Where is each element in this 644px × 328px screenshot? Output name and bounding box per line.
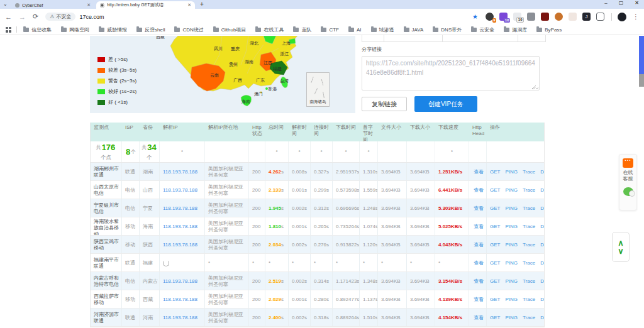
- extension-icon-2[interactable]: 10: [499, 13, 508, 21]
- customer-service-widget[interactable]: 在线 客服: [619, 154, 637, 210]
- trace-link[interactable]: Trace: [523, 260, 535, 266]
- bookmark-folder[interactable]: 威胁情报: [99, 26, 127, 33]
- extension-icon-6[interactable]: [555, 13, 563, 21]
- dig-link[interactable]: Dig: [540, 205, 544, 212]
- ip-link[interactable]: 118.193.78.188: [163, 169, 197, 175]
- dig-link[interactable]: Dig: [540, 187, 544, 194]
- view-link[interactable]: 查看: [474, 187, 484, 194]
- view-link[interactable]: 查看: [474, 224, 484, 230]
- bookmark-folder[interactable]: ByPass: [536, 27, 562, 33]
- extension-icon-3[interactable]: 10: [513, 13, 521, 21]
- trace-link[interactable]: Trace: [523, 278, 535, 285]
- view-link[interactable]: 查看: [474, 315, 484, 321]
- bookmark-folder[interactable]: DNS带外: [433, 26, 462, 33]
- extension-icon-4[interactable]: [527, 13, 535, 21]
- new-tab-button[interactable]: +: [200, 1, 204, 8]
- minimize-button[interactable]: –: [604, 0, 607, 6]
- scrollbar-thumb[interactable]: [639, 74, 644, 87]
- ping-link[interactable]: PING: [505, 278, 518, 285]
- close-button[interactable]: ✕: [635, 0, 639, 6]
- scroll-up-icon[interactable]: ∧: [618, 239, 624, 246]
- wechat-icon[interactable]: [623, 187, 633, 196]
- dig-link[interactable]: Dig: [540, 224, 544, 230]
- trace-link[interactable]: Trace: [523, 205, 535, 212]
- extension-icon-5[interactable]: [541, 13, 549, 21]
- view-link[interactable]: 查看: [474, 205, 484, 212]
- ip-link[interactable]: 118.193.78.188: [163, 242, 197, 248]
- ping-link[interactable]: PING: [505, 169, 518, 175]
- ping-link[interactable]: PING: [505, 260, 518, 266]
- back-icon[interactable]: ←: [5, 13, 12, 21]
- bookmark-folder[interactable]: 云安全: [471, 26, 494, 33]
- dig-link[interactable]: Dig: [540, 260, 544, 266]
- view-link[interactable]: 查看: [474, 297, 484, 303]
- trace-link[interactable]: Trace: [523, 169, 535, 175]
- ip-link[interactable]: 118.193.78.188: [163, 278, 197, 285]
- extensions-puzzle-icon[interactable]: [596, 13, 604, 21]
- bookmark-folder[interactable]: 网络空间: [61, 26, 89, 33]
- view-link[interactable]: 查看: [474, 242, 484, 248]
- bookmark-folder[interactable]: 反弹shell: [136, 26, 165, 33]
- extension-icon-j[interactable]: J: [582, 13, 591, 21]
- dig-link[interactable]: Dig: [540, 242, 544, 248]
- create-vip-task-button[interactable]: 创建VIP任务: [414, 96, 477, 112]
- bookmark-folder[interactable]: 域渗透: [371, 26, 394, 33]
- tab-cyberchef[interactable]: CyberChef ✕: [11, 1, 94, 9]
- maximize-button[interactable]: ▢: [619, 0, 624, 6]
- trace-link[interactable]: Trace: [523, 187, 535, 194]
- get-link[interactable]: GET: [490, 169, 500, 175]
- get-link[interactable]: GET: [490, 224, 500, 230]
- view-link[interactable]: 查看: [474, 260, 484, 266]
- ip-link[interactable]: 118.193.78.188: [163, 205, 197, 212]
- ip-link[interactable]: 118.193.78.188: [163, 187, 197, 194]
- bookmark-folder[interactable]: AI: [348, 27, 362, 33]
- bookmark-folder[interactable]: JAVA: [404, 27, 424, 33]
- get-link[interactable]: GET: [490, 297, 500, 303]
- get-link[interactable]: GET: [490, 205, 500, 212]
- tab-search-chevron-icon[interactable]: ⌄: [3, 1, 8, 8]
- ping-link[interactable]: PING: [505, 242, 518, 248]
- chat-bubble-icon[interactable]: [623, 158, 633, 168]
- tab-close-icon[interactable]: ✕: [87, 3, 91, 8]
- get-link[interactable]: GET: [490, 260, 500, 266]
- view-link[interactable]: 查看: [474, 278, 484, 285]
- get-link[interactable]: GET: [490, 242, 500, 248]
- ping-link[interactable]: PING: [505, 315, 518, 321]
- ip-link[interactable]: 118.193.78.188: [163, 297, 197, 303]
- trace-link[interactable]: Trace: [523, 315, 535, 321]
- dig-link[interactable]: Dig: [540, 169, 544, 175]
- ip-link[interactable]: 118.193.78.188: [163, 224, 197, 230]
- trace-link[interactable]: Trace: [523, 224, 535, 230]
- extension-icon-1[interactable]: 9: [486, 13, 494, 21]
- reload-icon[interactable]: ⟳: [33, 13, 38, 21]
- security-chip[interactable]: ⚠ 不安全: [45, 13, 75, 21]
- profile-avatar[interactable]: [618, 13, 626, 21]
- copy-link-button[interactable]: 复制链接: [362, 97, 407, 111]
- ping-link[interactable]: PING: [505, 205, 518, 212]
- scroll-down-icon[interactable]: ∨: [618, 248, 624, 254]
- browser-menu-icon[interactable]: ⋮: [633, 13, 639, 20]
- view-link[interactable]: 查看: [474, 169, 484, 175]
- tab-miren-baby[interactable]: http://miren.baby GET测试结: ✕: [96, 1, 195, 9]
- get-link[interactable]: GET: [490, 315, 500, 321]
- dig-link[interactable]: Dig: [540, 315, 544, 321]
- bookmark-folder[interactable]: 蓝队: [293, 26, 311, 33]
- trace-link[interactable]: Trace: [523, 242, 535, 248]
- tab-close-icon[interactable]: ✕: [187, 3, 191, 8]
- forward-icon[interactable]: →: [19, 13, 26, 21]
- dig-link[interactable]: Dig: [540, 278, 544, 285]
- trace-link[interactable]: Trace: [523, 297, 535, 303]
- dig-link[interactable]: Dig: [540, 297, 544, 303]
- bookmark-folder[interactable]: CDN绕过: [174, 26, 203, 33]
- bookmark-folder[interactable]: 漏洞库: [504, 26, 527, 33]
- address-bar-url[interactable]: 17ce.com: [79, 14, 104, 20]
- extension-icon-7[interactable]: [569, 13, 577, 21]
- get-link[interactable]: GET: [490, 278, 500, 285]
- apps-grid-icon[interactable]: [6, 27, 11, 33]
- bookmark-folder[interactable]: Github项目: [213, 26, 247, 33]
- ping-link[interactable]: PING: [505, 297, 518, 303]
- bookmark-folder[interactable]: 在线工具: [255, 26, 284, 33]
- ping-link[interactable]: PING: [505, 224, 518, 230]
- bookmark-folder[interactable]: 信息收集: [23, 26, 52, 33]
- bookmark-star-icon[interactable]: ★: [472, 13, 478, 20]
